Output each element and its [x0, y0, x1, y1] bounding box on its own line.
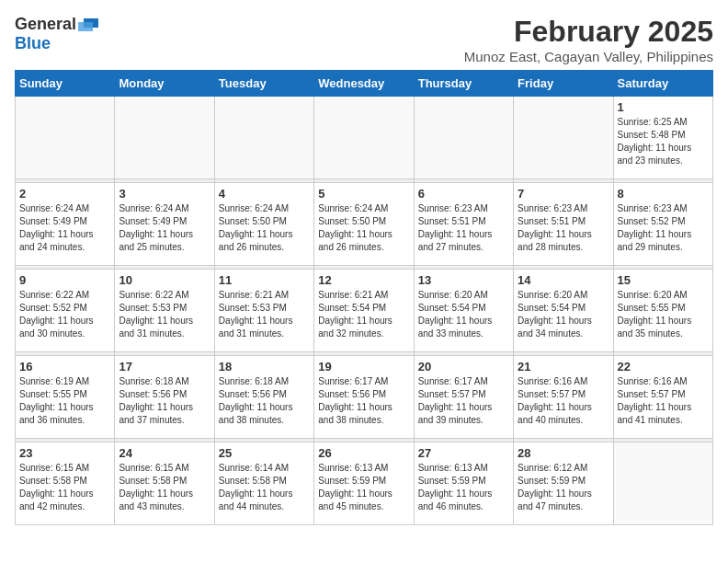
- day-info: Sunrise: 6:22 AMSunset: 5:53 PMDaylight:…: [119, 289, 210, 340]
- day-number: 27: [418, 446, 509, 460]
- logo-blue-text: Blue: [15, 34, 51, 53]
- day-info: Sunrise: 6:19 AMSunset: 5:55 PMDaylight:…: [19, 375, 110, 427]
- day-info: Sunrise: 6:24 AMSunset: 5:50 PMDaylight:…: [219, 202, 310, 254]
- calendar-cell: 5Sunrise: 6:24 AMSunset: 5:50 PMDaylight…: [314, 183, 414, 266]
- day-number: 21: [518, 360, 609, 373]
- day-number: 7: [518, 187, 609, 201]
- day-number: 20: [418, 360, 509, 373]
- day-info: Sunrise: 6:18 AMSunset: 5:56 PMDaylight:…: [119, 375, 210, 427]
- calendar-cell: 9Sunrise: 6:22 AMSunset: 5:52 PMDaylight…: [16, 270, 115, 352]
- calendar-cell: [314, 97, 414, 179]
- day-info: Sunrise: 6:12 AMSunset: 5:59 PMDaylight:…: [518, 462, 609, 513]
- calendar-cell: 27Sunrise: 6:13 AMSunset: 5:59 PMDayligh…: [414, 442, 513, 525]
- day-info: Sunrise: 6:23 AMSunset: 5:52 PMDaylight:…: [618, 202, 709, 254]
- day-info: Sunrise: 6:21 AMSunset: 5:54 PMDaylight:…: [318, 289, 409, 340]
- calendar-cell: 11Sunrise: 6:21 AMSunset: 5:53 PMDayligh…: [214, 270, 313, 352]
- calendar-cell: 2Sunrise: 6:24 AMSunset: 5:49 PMDaylight…: [16, 183, 115, 266]
- weekday-header-friday: Friday: [514, 71, 613, 97]
- calendar-cell: 23Sunrise: 6:15 AMSunset: 5:58 PMDayligh…: [16, 442, 115, 525]
- calendar-week-4: 16Sunrise: 6:19 AMSunset: 5:55 PMDayligh…: [16, 356, 713, 439]
- logo: General Blue: [15, 15, 98, 53]
- calendar-cell: 1Sunrise: 6:25 AMSunset: 5:48 PMDaylight…: [613, 97, 712, 179]
- day-info: Sunrise: 6:16 AMSunset: 5:57 PMDaylight:…: [518, 375, 609, 427]
- day-number: 28: [518, 446, 609, 460]
- calendar-cell: [214, 97, 313, 179]
- calendar-cell: [115, 97, 214, 179]
- location-subtitle: Munoz East, Cagayan Valley, Philippines: [464, 49, 713, 64]
- calendar-cell: 18Sunrise: 6:18 AMSunset: 5:56 PMDayligh…: [214, 356, 313, 439]
- calendar-cell: 28Sunrise: 6:12 AMSunset: 5:59 PMDayligh…: [514, 442, 613, 525]
- calendar-table: SundayMondayTuesdayWednesdayThursdayFrid…: [15, 70, 713, 525]
- day-number: 15: [618, 273, 709, 287]
- calendar-cell: 20Sunrise: 6:17 AMSunset: 5:57 PMDayligh…: [414, 356, 513, 439]
- day-info: Sunrise: 6:17 AMSunset: 5:56 PMDaylight:…: [318, 375, 409, 427]
- day-info: Sunrise: 6:17 AMSunset: 5:57 PMDaylight:…: [418, 375, 509, 427]
- weekday-header-wednesday: Wednesday: [314, 71, 414, 97]
- calendar-cell: 7Sunrise: 6:23 AMSunset: 5:51 PMDaylight…: [514, 183, 613, 266]
- day-info: Sunrise: 6:21 AMSunset: 5:53 PMDaylight:…: [219, 289, 310, 340]
- day-number: 9: [19, 273, 110, 287]
- day-number: 19: [318, 360, 409, 373]
- calendar-cell: 8Sunrise: 6:23 AMSunset: 5:52 PMDaylight…: [613, 183, 712, 266]
- calendar-cell: 22Sunrise: 6:16 AMSunset: 5:57 PMDayligh…: [613, 356, 712, 439]
- day-info: Sunrise: 6:18 AMSunset: 5:56 PMDaylight:…: [219, 375, 310, 427]
- calendar-cell: 12Sunrise: 6:21 AMSunset: 5:54 PMDayligh…: [314, 270, 414, 352]
- calendar-cell: 14Sunrise: 6:20 AMSunset: 5:54 PMDayligh…: [514, 270, 613, 352]
- calendar-cell: 24Sunrise: 6:15 AMSunset: 5:58 PMDayligh…: [115, 442, 214, 525]
- day-number: 13: [418, 273, 509, 287]
- calendar-week-5: 23Sunrise: 6:15 AMSunset: 5:58 PMDayligh…: [16, 442, 713, 525]
- day-number: 2: [19, 187, 110, 201]
- day-info: Sunrise: 6:20 AMSunset: 5:54 PMDaylight:…: [418, 289, 509, 340]
- day-number: 24: [119, 446, 210, 460]
- day-number: 12: [318, 273, 409, 287]
- calendar-cell: 3Sunrise: 6:24 AMSunset: 5:49 PMDaylight…: [115, 183, 214, 266]
- day-info: Sunrise: 6:23 AMSunset: 5:51 PMDaylight:…: [418, 202, 509, 254]
- day-info: Sunrise: 6:24 AMSunset: 5:49 PMDaylight:…: [119, 202, 210, 254]
- calendar-cell: 17Sunrise: 6:18 AMSunset: 5:56 PMDayligh…: [115, 356, 214, 439]
- day-info: Sunrise: 6:24 AMSunset: 5:49 PMDaylight:…: [19, 202, 110, 254]
- logo-icon: [78, 17, 98, 33]
- day-number: 5: [318, 187, 409, 201]
- title-area: February 2025 Munoz East, Cagayan Valley…: [464, 15, 713, 64]
- logo-general-text: General: [15, 15, 76, 34]
- day-number: 8: [618, 187, 709, 201]
- day-number: 25: [219, 446, 310, 460]
- day-info: Sunrise: 6:13 AMSunset: 5:59 PMDaylight:…: [418, 462, 509, 513]
- day-info: Sunrise: 6:23 AMSunset: 5:51 PMDaylight:…: [518, 202, 609, 254]
- day-number: 16: [19, 360, 110, 373]
- day-number: 26: [318, 446, 409, 460]
- day-number: 6: [418, 187, 509, 201]
- day-info: Sunrise: 6:20 AMSunset: 5:54 PMDaylight:…: [518, 289, 609, 340]
- day-info: Sunrise: 6:15 AMSunset: 5:58 PMDaylight:…: [19, 462, 110, 513]
- calendar-cell: [514, 97, 613, 179]
- day-number: 11: [219, 273, 310, 287]
- calendar-cell: [16, 97, 115, 179]
- calendar-cell: 25Sunrise: 6:14 AMSunset: 5:58 PMDayligh…: [214, 442, 313, 525]
- day-info: Sunrise: 6:16 AMSunset: 5:57 PMDaylight:…: [618, 375, 709, 427]
- day-number: 22: [618, 360, 709, 373]
- svg-marker-1: [78, 22, 93, 31]
- day-number: 10: [119, 273, 210, 287]
- calendar-cell: 10Sunrise: 6:22 AMSunset: 5:53 PMDayligh…: [115, 270, 214, 352]
- calendar-cell: 21Sunrise: 6:16 AMSunset: 5:57 PMDayligh…: [514, 356, 613, 439]
- calendar-cell: 26Sunrise: 6:13 AMSunset: 5:59 PMDayligh…: [314, 442, 414, 525]
- calendar-cell: 15Sunrise: 6:20 AMSunset: 5:55 PMDayligh…: [613, 270, 712, 352]
- day-info: Sunrise: 6:20 AMSunset: 5:55 PMDaylight:…: [618, 289, 709, 340]
- weekday-header-saturday: Saturday: [613, 71, 712, 97]
- day-number: 18: [219, 360, 310, 373]
- calendar-cell: 6Sunrise: 6:23 AMSunset: 5:51 PMDaylight…: [414, 183, 513, 266]
- header: General Blue February 2025 Munoz East, C…: [15, 15, 713, 64]
- day-info: Sunrise: 6:15 AMSunset: 5:58 PMDaylight:…: [119, 462, 210, 513]
- weekday-header-thursday: Thursday: [414, 71, 513, 97]
- day-info: Sunrise: 6:14 AMSunset: 5:58 PMDaylight:…: [219, 462, 310, 513]
- day-info: Sunrise: 6:22 AMSunset: 5:52 PMDaylight:…: [19, 289, 110, 340]
- weekday-header-tuesday: Tuesday: [214, 71, 313, 97]
- calendar-cell: 16Sunrise: 6:19 AMSunset: 5:55 PMDayligh…: [16, 356, 115, 439]
- month-year-title: February 2025: [464, 15, 713, 49]
- weekday-header-row: SundayMondayTuesdayWednesdayThursdayFrid…: [16, 71, 713, 97]
- day-info: Sunrise: 6:24 AMSunset: 5:50 PMDaylight:…: [318, 202, 409, 254]
- day-info: Sunrise: 6:13 AMSunset: 5:59 PMDaylight:…: [318, 462, 409, 513]
- calendar-cell: 19Sunrise: 6:17 AMSunset: 5:56 PMDayligh…: [314, 356, 414, 439]
- calendar-cell: [613, 442, 712, 525]
- calendar-week-2: 2Sunrise: 6:24 AMSunset: 5:49 PMDaylight…: [16, 183, 713, 266]
